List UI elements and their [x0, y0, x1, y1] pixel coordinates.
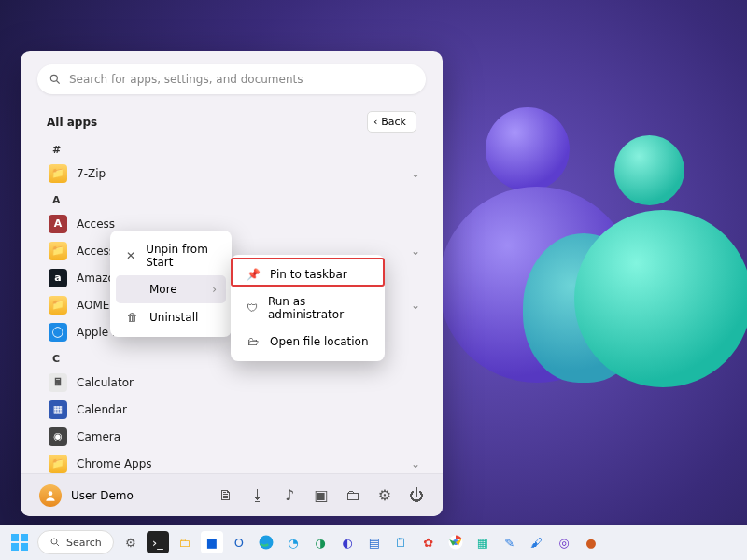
- access-icon: A: [49, 215, 67, 233]
- downloads-icon[interactable]: ⭳: [250, 488, 265, 503]
- taskbar-app[interactable]: ◔: [282, 531, 304, 553]
- start-button[interactable]: [7, 530, 32, 554]
- trash-icon: 🗑: [125, 310, 140, 325]
- amazon-icon: a: [49, 269, 67, 287]
- taskbar-app[interactable]: 🗀: [174, 531, 196, 553]
- taskbar: Search ⚙ ›_ 🗀 ■ O ◔ ◑ ◐ ▤ 🗒 ✿ ▦ ✎ 🖌 ◎ ●: [0, 525, 747, 560]
- svg-rect-3: [11, 534, 19, 541]
- folder-open-icon: 🗁: [246, 334, 261, 349]
- folder-icon: 📁: [49, 455, 67, 473]
- taskbar-app[interactable]: O: [228, 531, 250, 553]
- explorer-icon[interactable]: 🗀: [345, 488, 360, 503]
- svg-point-7: [51, 539, 57, 544]
- ctx-pin-to-taskbar[interactable]: 📌 Pin to taskbar: [236, 260, 379, 288]
- taskbar-search[interactable]: Search: [37, 530, 114, 554]
- chevron-right-icon: ›: [212, 283, 217, 296]
- ctx-unpin-from-start[interactable]: ✕ Unpin from Start: [116, 236, 226, 275]
- avatar: [39, 484, 62, 507]
- svg-rect-4: [21, 534, 28, 541]
- music-icon[interactable]: ♪: [282, 488, 297, 503]
- app-chrome-apps[interactable]: 📁 Chrome Apps: [41, 450, 430, 473]
- taskbar-app[interactable]: ▤: [363, 531, 386, 553]
- taskbar-app[interactable]: ⚙: [120, 531, 142, 553]
- pictures-icon[interactable]: ▣: [314, 488, 329, 503]
- power-icon[interactable]: ⏻: [409, 488, 424, 503]
- taskbar-app[interactable]: ◎: [553, 531, 575, 553]
- taskbar-app[interactable]: ›_: [147, 531, 169, 553]
- svg-line-8: [57, 544, 60, 547]
- chevron-left-icon: ‹: [374, 116, 377, 128]
- ctx-uninstall[interactable]: 🗑 Uninstall: [116, 303, 226, 331]
- taskbar-chrome[interactable]: [444, 531, 467, 553]
- taskbar-app[interactable]: ●: [580, 531, 602, 553]
- pin-icon: 📌: [246, 267, 261, 282]
- ctx-open-file-location[interactable]: 🗁 Open file location: [236, 328, 379, 356]
- svg-point-9: [259, 536, 273, 550]
- search-placeholder: Search for apps, settings, and documents: [69, 73, 303, 86]
- taskbar-app[interactable]: ◐: [336, 531, 359, 553]
- letter-header-a[interactable]: A: [41, 187, 430, 210]
- blank-icon: [125, 282, 140, 297]
- taskbar-edge[interactable]: [255, 531, 277, 553]
- camera-icon: ◉: [49, 427, 67, 446]
- taskbar-app[interactable]: 🖌: [526, 531, 548, 553]
- all-apps-title: All apps: [47, 116, 97, 129]
- calculator-icon: 🖩: [49, 373, 67, 392]
- search-input[interactable]: Search for apps, settings, and documents: [37, 64, 426, 94]
- apple-devices-icon: ◯: [49, 323, 67, 342]
- app-7zip[interactable]: 📁 7-Zip: [41, 160, 430, 187]
- svg-rect-6: [21, 543, 28, 551]
- svg-point-0: [50, 75, 57, 81]
- back-button[interactable]: ‹ Back: [367, 111, 416, 133]
- app-calendar[interactable]: ▦ Calendar: [41, 396, 430, 423]
- svg-line-1: [57, 81, 60, 84]
- taskbar-app[interactable]: ✎: [499, 531, 521, 553]
- context-submenu: 📌 Pin to taskbar 🛡 Run as administrator …: [231, 255, 385, 361]
- ctx-more[interactable]: More ›: [116, 275, 226, 303]
- letter-header-hash[interactable]: #: [41, 136, 430, 160]
- taskbar-app[interactable]: ■: [201, 531, 223, 553]
- shield-icon: 🛡: [246, 301, 259, 315]
- start-footer: User Demo 🗎 ⭳ ♪ ▣ 🗀 ⚙ ⏻: [21, 473, 443, 516]
- taskbar-app[interactable]: ▦: [472, 531, 494, 553]
- taskbar-apps: ⚙ ›_ 🗀 ■ O ◔ ◑ ◐ ▤ 🗒 ✿ ▦ ✎ 🖌 ◎ ●: [120, 531, 602, 553]
- app-calculator[interactable]: 🖩 Calculator: [41, 369, 430, 396]
- documents-icon[interactable]: 🗎: [218, 488, 233, 503]
- calendar-icon: ▦: [49, 400, 67, 419]
- svg-point-2: [49, 491, 53, 496]
- user-button[interactable]: User Demo: [39, 484, 134, 507]
- app-camera[interactable]: ◉ Camera: [41, 423, 430, 450]
- search-icon: [49, 73, 69, 86]
- app-access[interactable]: A Access: [41, 210, 430, 237]
- folder-icon: 📁: [49, 164, 67, 183]
- taskbar-app[interactable]: ✿: [417, 531, 440, 553]
- svg-rect-5: [11, 543, 19, 551]
- context-menu: ✕ Unpin from Start More › 🗑 Uninstall: [110, 231, 232, 337]
- taskbar-app[interactable]: ◑: [309, 531, 331, 553]
- ctx-run-as-admin[interactable]: 🛡 Run as administrator: [236, 288, 379, 328]
- folder-icon: 📁: [49, 242, 67, 260]
- taskbar-app[interactable]: 🗒: [390, 531, 413, 553]
- unpin-icon: ✕: [125, 248, 136, 263]
- folder-icon: 📁: [49, 296, 67, 315]
- settings-icon[interactable]: ⚙: [377, 488, 392, 503]
